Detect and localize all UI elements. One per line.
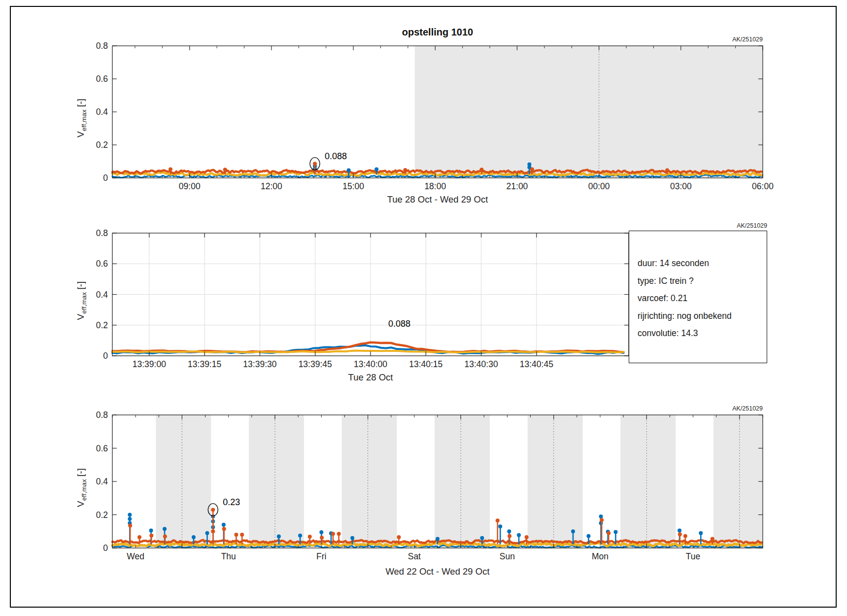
x-tick-label: 13:40:00	[354, 359, 387, 369]
spike-dot-orange	[496, 518, 500, 522]
report-code-label: AK/251029	[737, 222, 767, 229]
spike-dot-orange	[508, 534, 511, 538]
x-tick-label: 09:00	[179, 181, 201, 191]
y-tick-label: 0.6	[96, 444, 108, 453]
night-shade-region	[713, 415, 763, 548]
spike-dot-orange	[711, 537, 714, 541]
spike-dot-blue	[571, 529, 575, 533]
info-convolution: convolutie: 14.3	[638, 329, 767, 338]
day-tick-label: Mon	[592, 551, 609, 561]
spike-dot-blue	[128, 517, 132, 521]
spike-dot-blue	[149, 529, 153, 533]
spike-dot-orange	[331, 532, 335, 536]
figure-title: opstelling 1010	[339, 27, 536, 38]
x-tick-label: 15:00	[342, 181, 364, 191]
y-tick-label: 0	[103, 351, 108, 361]
y-tick-label: 0.2	[96, 320, 108, 330]
series-yellow-line	[112, 351, 624, 352]
night-shade-region	[342, 415, 397, 548]
night-shade-region	[415, 46, 763, 178]
spike-dot-orange	[169, 168, 172, 171]
spike-dot-blue	[699, 531, 703, 535]
day-tick-label: Thu	[221, 551, 236, 561]
x-tick-label: 13:39:30	[243, 359, 276, 369]
spike-dot-orange	[397, 535, 401, 539]
spike-dot-orange	[683, 534, 687, 538]
spike-dot-orange	[128, 523, 132, 527]
day-tick-label: Wed	[127, 551, 144, 561]
y-tick-label: 0	[103, 173, 108, 183]
spike-dot-blue	[517, 533, 521, 537]
y-axis-label: Veff,max [-]	[75, 281, 88, 320]
spike-dot-orange	[149, 534, 153, 538]
spike-dot-orange	[678, 532, 682, 536]
x-tick-label: 00:00	[588, 181, 610, 191]
x-tick-label: 18:00	[424, 181, 446, 191]
x-tick-label: 13:39:45	[299, 359, 332, 369]
spike-dot-blue	[163, 527, 167, 531]
spike-dot-orange	[211, 529, 215, 533]
event-info-box: duur: 14 seconden type: IC trein ? varco…	[629, 231, 767, 363]
spike-dot-blue	[347, 169, 351, 172]
spike-dot-blue	[586, 534, 590, 538]
spike-dot-blue	[480, 536, 484, 540]
night-shade-region	[249, 415, 304, 548]
night-shade-region	[528, 415, 583, 548]
spike-dot-blue	[205, 531, 209, 535]
y-tick-label: 0.6	[96, 74, 108, 84]
annotation-label: 0.088	[325, 151, 347, 161]
info-train-type: type: IC trein ?	[638, 276, 767, 286]
spike-dot-blue	[128, 513, 132, 517]
y-tick-label: 0	[103, 543, 108, 553]
y-tick-label: 0.4	[96, 107, 108, 117]
spike-dot-orange	[240, 533, 244, 537]
x-tick-label: 13:39:15	[188, 359, 221, 369]
spike-dot-orange	[665, 169, 669, 172]
x-tick-label: 13:40:45	[520, 359, 553, 369]
y-tick-label: 0.2	[96, 510, 108, 520]
info-direction: rijrichting: nog onbekend	[638, 311, 767, 321]
x-tick-label: 13:40:15	[409, 359, 442, 369]
spike-dot-blue	[374, 168, 378, 171]
spike-dot-orange	[163, 534, 167, 538]
day-tick-label: Fri	[316, 551, 326, 561]
spike-dot-orange	[234, 533, 238, 537]
spike-dot-orange	[211, 508, 215, 512]
y-tick-label: 0.4	[96, 477, 108, 486]
spike-dot-orange	[137, 535, 141, 539]
x-axis-label: Tue 28 Oct - Wed 29 Oct	[387, 194, 488, 205]
spike-dot-orange	[530, 168, 534, 171]
spike-dot-orange	[222, 527, 226, 531]
spike-dot-orange	[525, 535, 529, 539]
spike-dot-orange	[403, 168, 407, 172]
spike-dot-orange	[600, 518, 604, 522]
spike-dot-blue	[319, 530, 323, 534]
spike-dot-blue	[507, 529, 511, 533]
info-duration: duur: 14 seconden	[638, 259, 767, 268]
y-tick-label: 0.6	[96, 259, 108, 269]
x-tick-label: 03:00	[670, 181, 692, 191]
spike-dot-blue	[678, 529, 681, 533]
annotation-label: 0.088	[388, 319, 410, 329]
x-tick-label: 13:39:00	[133, 359, 166, 369]
spike-dot-orange	[320, 536, 324, 540]
spike-dot-orange	[223, 168, 227, 171]
day-tick-label: Sun	[500, 551, 515, 561]
y-tick-label: 0.8	[96, 228, 108, 238]
y-axis-label: Veff,max [-]	[75, 99, 88, 137]
spike-dot-orange	[337, 532, 341, 536]
x-axis-label: Tue 28 Oct	[348, 372, 393, 382]
spike-dot-blue	[277, 534, 281, 538]
spike-dot-orange	[479, 168, 483, 171]
report-code-label: AK/251029	[732, 36, 763, 43]
spike-dot-orange	[607, 531, 610, 535]
night-shade-region	[620, 415, 676, 548]
report-code-label: AK/251029	[732, 405, 763, 412]
info-varcoef: varcoef: 0.21	[638, 294, 767, 303]
x-tick-label: 21:00	[507, 181, 528, 191]
annotation-label: 0.23	[223, 497, 240, 507]
x-axis-label: Wed 22 Oct - Wed 29 Oct	[385, 566, 489, 577]
y-tick-label: 0.8	[96, 41, 108, 51]
spike-dot-blue	[599, 514, 603, 518]
x-tick-label: 12:00	[261, 181, 282, 191]
